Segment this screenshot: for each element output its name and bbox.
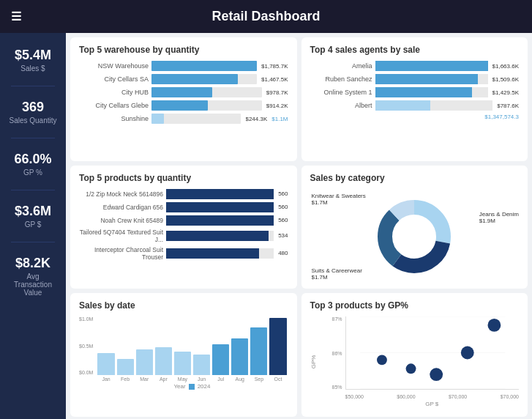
menu-icon[interactable]: ☰: [11, 10, 21, 23]
donut-chart: Knitwear & Sweaters$1.7M Jeans & Denim$1…: [310, 189, 520, 284]
qty-value: 369: [7, 100, 59, 115]
chart-footer: Year 2024: [96, 383, 288, 390]
agents-card: Top 4 sales agents by sale Amelia $1,663…: [301, 37, 528, 161]
gp-dollar-value: $3.6M: [7, 204, 59, 219]
agents-total: $1,347,574.3: [310, 114, 520, 120]
sales-value: $5.4M: [7, 48, 59, 63]
scatter-point-4: [460, 346, 473, 360]
bar-jan: [97, 353, 114, 375]
gp-products-card: Top 3 products by GP% GP% 87% 86% 85%: [301, 293, 528, 417]
bar-feb: [117, 359, 134, 375]
bar-jun: [193, 355, 210, 375]
bar-aug: [231, 338, 248, 375]
warehouse-bar-1: NSW Warehouse $1,785.7K: [79, 61, 288, 71]
agent-row-4: Albert $787.6K: [310, 100, 520, 111]
bar-oct: [269, 318, 286, 375]
gp-products-title: Top 3 products by GP%: [310, 300, 520, 311]
date-bars: [96, 316, 288, 375]
sales-date-card: Sales by date $1.0M $0.5M $0.0M: [70, 293, 297, 417]
sidebar-metric-sales: $5.4M Sales $: [4, 40, 62, 80]
sidebar-metric-gp-pct: 66.0% GP %: [4, 144, 62, 184]
bar-may: [174, 352, 191, 375]
category-label-suits: Suits & Careerwear$1.7M: [312, 267, 362, 281]
prod-row-4: Tailored 5Q7404 Textured Suit J... 534: [79, 229, 288, 243]
divider-1: [11, 86, 55, 86]
scatter-y-labels: 87% 86% 85%: [332, 316, 342, 390]
agents-title: Top 4 sales agents by sale: [310, 45, 520, 55]
bar-mar: [136, 349, 153, 375]
category-label-knitwear: Knitwear & Sweaters$1.7M: [312, 193, 366, 206]
warehouse-bar-5: Sunshine $244.3K $1.1M: [79, 114, 288, 124]
scatter-y-axis-label: GP%: [310, 355, 317, 369]
scatter-x-axis-label: GP $: [345, 401, 519, 407]
page-title: Retail Dashboard: [211, 9, 320, 24]
sales-date-chart-area: $1.0M $0.5M $0.0M: [79, 316, 288, 390]
sidebar-metric-gp-dollar: $3.6M GP $: [4, 196, 62, 236]
agent-row-3: Online System 1 $1,429.5K: [310, 87, 520, 97]
prod-row-3: Noah Crew Knit 65489 560: [79, 215, 288, 226]
header: ☰ Retail Dashboard: [0, 0, 532, 33]
bar-jul: [212, 344, 229, 375]
sales-label: Sales $: [7, 64, 59, 73]
divider-3: [11, 190, 55, 190]
products-qty-card: Top 5 products by quantity 1/2 Zip Mock …: [70, 166, 297, 289]
y-axis: $1.0M $0.5M $0.0M: [79, 316, 96, 375]
bar-apr: [155, 347, 172, 375]
bars-area: Jan Feb Mar Apr May Jun Jul Aug Sep Oct …: [96, 316, 288, 390]
x-axis: Jan Feb Mar Apr May Jun Jul Aug Sep Oct: [96, 375, 288, 382]
legend-dot: [189, 384, 195, 390]
category-title: Sales by category: [310, 173, 520, 183]
sidebar: $5.4M Sales $ 369 Sales Quantity 66.0% G…: [0, 33, 66, 419]
agent-row-2: Ruben Sanchez $1,509.6K: [310, 74, 520, 84]
warehouse-title: Top 5 warehouse by quantity: [79, 45, 288, 55]
sidebar-metric-qty: 369 Sales Quantity: [4, 92, 62, 132]
sidebar-metric-avg: $8.2K Avg Transaction Value: [4, 248, 62, 304]
warehouse-card: Top 5 warehouse by quantity NSW Warehous…: [70, 37, 297, 161]
scatter-svg: [345, 316, 519, 390]
sales-date-title: Sales by date: [79, 300, 288, 311]
scatter-x-axis: $50,000 $60,000 $70,000 $70,000: [345, 394, 519, 399]
gp-pct-value: 66.0%: [7, 152, 59, 167]
agent-row-1: Amelia $1,663.6K: [310, 61, 520, 71]
avg-value: $8.2K: [7, 256, 59, 271]
divider-4: [11, 242, 55, 242]
warehouse-bar-3: City HUB $978.7K: [79, 87, 288, 97]
scatter-point-3: [430, 368, 443, 382]
scatter-wrapper: GP% 87% 86% 85%: [310, 316, 520, 407]
bar-sep: [250, 327, 267, 375]
warehouse-bar-4: City Cellars Glebe $914.2K: [79, 100, 288, 111]
scatter-point-2: [405, 364, 416, 374]
gp-pct-label: GP %: [7, 168, 59, 177]
category-card: Sales by category Knitwear & Sweaters$1.…: [301, 166, 528, 289]
qty-label: Sales Quantity: [7, 116, 59, 125]
prod-row-2: Edward Cardigan 656 560: [79, 202, 288, 212]
scatter-main: 87% 86% 85%: [332, 316, 520, 407]
prod-row-1: 1/2 Zip Mock Neck 5614896 560: [79, 189, 288, 199]
donut-svg: [370, 193, 458, 281]
svg-point-4: [394, 216, 435, 257]
scatter-point-5: [487, 319, 501, 332]
products-qty-title: Top 5 products by quantity: [79, 173, 288, 183]
scatter-plot: $50,000 $60,000 $70,000 $70,000 GP $: [345, 316, 519, 407]
avg-label: Avg Transaction Value: [7, 272, 59, 297]
warehouse-bar-2: City Cellars SA $1,467.5K: [79, 74, 288, 84]
divider-2: [11, 138, 55, 138]
category-label-jeans: Jeans & Denim$1.9M: [479, 211, 519, 224]
prod-row-5: Interceptor Charcoal Suit Trouser 480: [79, 246, 288, 261]
scatter-point-1: [377, 355, 387, 366]
gp-dollar-label: GP $: [7, 220, 59, 229]
